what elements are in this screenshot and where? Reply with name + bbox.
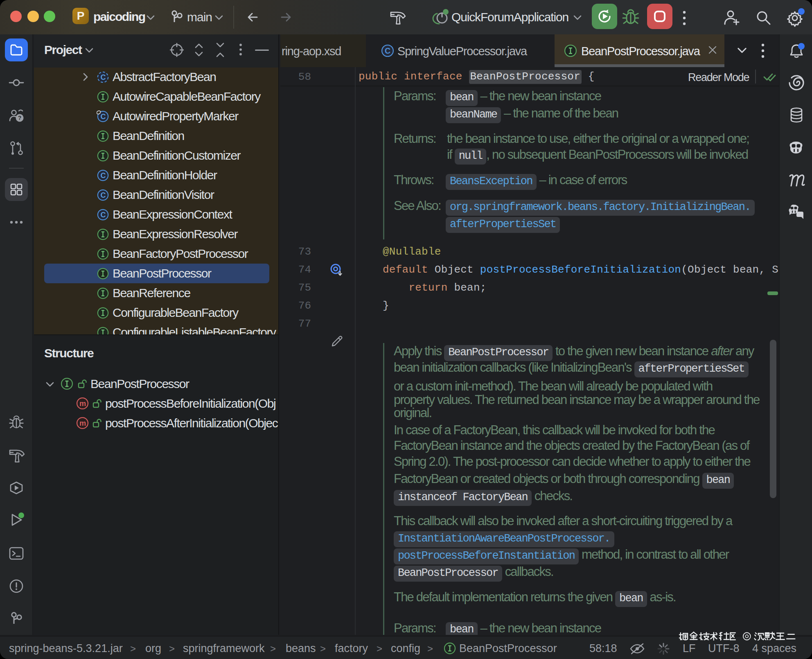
svg-text:m: m (79, 419, 86, 427)
svg-text:C: C (101, 172, 106, 180)
svg-text:?: ? (18, 115, 22, 121)
svg-text:C: C (101, 73, 106, 81)
svg-text:m: m (79, 399, 86, 408)
svg-text:C: C (101, 113, 106, 121)
svg-text:C: C (385, 46, 390, 55)
svg-text:C: C (101, 191, 106, 199)
svg-text:C: C (101, 211, 106, 219)
